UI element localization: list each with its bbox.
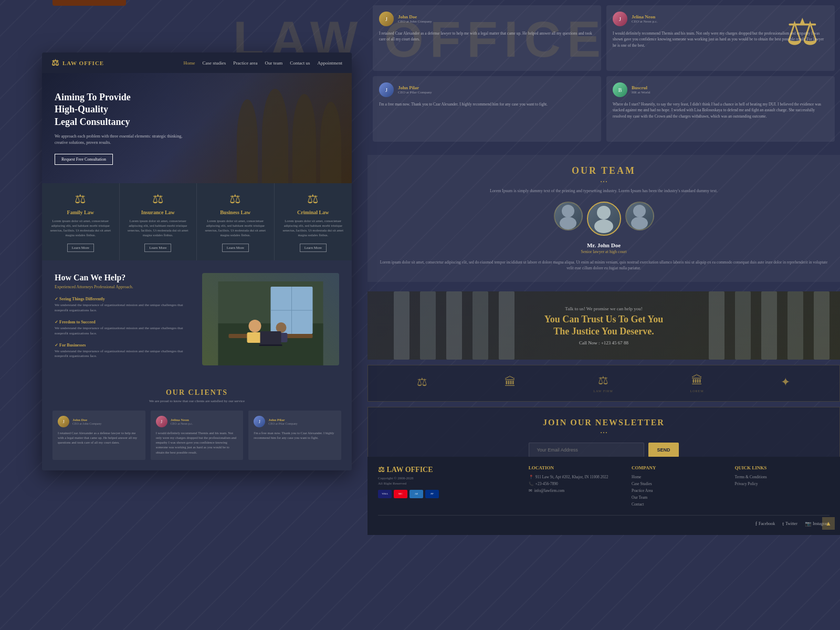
test-name-4: Buscrul (632, 85, 650, 90)
team-member-right (625, 202, 654, 230)
test-header-4: B Buscrul HR at World (613, 82, 828, 97)
footer-quicklinks-title: QUICK LINKS (735, 465, 830, 470)
client-header-1: J John Doe CEO at John Company (58, 416, 140, 427)
footer-location-title: LOCATION (529, 465, 623, 470)
family-law-btn[interactable]: Learn More (67, 244, 94, 252)
partner-1-icon: ⚖ (417, 375, 427, 389)
website-mockup: ⚖ LAW OFFICE Home Case studies Practice … (42, 52, 352, 470)
insurance-law-text: Lorem ipsum dolor sit amet, consectetuer… (127, 218, 190, 237)
footer-link-practice[interactable]: Practice Area (632, 488, 726, 493)
partner-3-label: LAW FIRM (593, 390, 613, 393)
client-info-1: John Doe CEO at John Company (72, 418, 102, 425)
help-subtitle: Experienced Attorneys Professional Appro… (55, 285, 192, 289)
svg-rect-34 (788, 291, 803, 360)
nav-link-practice[interactable]: Practice area (233, 60, 257, 66)
test-info-1: John Doe CEO at John Company (398, 14, 432, 24)
help-content: How Can We Help? Experienced Attorneys P… (55, 273, 192, 365)
test-role-3: CEO at Pilar Company (398, 90, 432, 94)
right-testimonial-3: J John Pilar CEO at Pilar Company I'm a … (373, 76, 601, 142)
newsletter-send-button[interactable]: SEND (648, 443, 678, 457)
mc-badge: MC (394, 490, 407, 498)
help-item-1: ✓ Seeing Things Differently We understan… (55, 297, 192, 313)
nav-links: Home Case studies Practice area Our team… (184, 60, 342, 66)
clients-title: OUR CLIENTS (52, 388, 341, 397)
gavel-svg (42, 0, 147, 10)
footer-phone-text: +23-456-7890 (536, 481, 558, 486)
silhouette-4 (320, 102, 341, 183)
business-law-icon: ⚖ (204, 192, 267, 206)
family-law-icon: ⚖ (49, 192, 112, 206)
newsletter-email-input[interactable] (529, 443, 644, 457)
newsletter-dots: • • • (379, 430, 829, 435)
facebook-link[interactable]: f Facebook (755, 521, 775, 527)
family-law-text: Lorem ipsum dolor sit amet, consectetuer… (49, 218, 112, 237)
right-testimonials: J John Doe CEO at John Company I retaine… (368, 0, 840, 147)
test-info-2: Jelina Neon CEO at Neon p.c. (632, 14, 658, 24)
hero-cta-button[interactable]: Request Free Consultation (55, 154, 113, 165)
team-member-left (554, 202, 583, 230)
partner-1: ⚖ (417, 375, 427, 391)
nav-link-contact[interactable]: Contact us (290, 60, 310, 66)
newsletter-form: SEND (379, 443, 829, 457)
footer-link-contact[interactable]: Contact (632, 502, 726, 507)
test-role-2: CEO at Neon p.c. (632, 19, 658, 24)
insurance-law-title: Insurance Law (127, 209, 190, 215)
test-text-3: I'm a free man now. Thank you to Czar Al… (379, 101, 595, 107)
trust-content: Talk to us! We promise we can help you! … (544, 306, 664, 345)
help-section: How Can We Help? Experienced Attorneys P… (42, 260, 352, 378)
partner-5: ✦ (781, 375, 790, 391)
svg-rect-10 (260, 331, 281, 344)
partner-3-icon: ⚖ (598, 374, 608, 387)
footer-payment-badges: VISA MC AE PP (378, 490, 520, 498)
business-law-btn[interactable]: Learn More (222, 244, 249, 252)
footer-privacy[interactable]: Privacy Policy (735, 481, 830, 486)
test-avatar-2: J (613, 12, 627, 26)
client-text-2: I would definitely recommend Themis and … (156, 430, 238, 454)
client-header-3: J John Pilar CEO at Pilar Company (254, 416, 336, 427)
footer-logo: ⚖ LAW OFFICE (378, 465, 520, 474)
criminal-law-btn[interactable]: Learn More (300, 244, 327, 252)
nav-link-team[interactable]: Our team (265, 60, 283, 66)
scroll-top-button[interactable]: ▲ (822, 517, 835, 530)
right-testimonial-4: B Buscrul HR at World Where do I start? … (606, 76, 835, 142)
test-avatar-4: B (613, 82, 627, 97)
hero-section: Aiming To ProvideHigh-QualityLegal Consu… (42, 73, 352, 183)
nav-link-appointment[interactable]: Appointment (318, 60, 343, 66)
right-testimonial-2: J Jelina Neon CEO at Neon p.c. I would d… (606, 5, 835, 71)
nav-link-cases[interactable]: Case studies (203, 60, 226, 66)
footer-link-team[interactable]: Our Team (632, 495, 726, 500)
svg-point-24 (631, 217, 648, 229)
test-text-2: I would definitely recommend Themis and … (613, 30, 828, 48)
team-avatars (378, 202, 830, 236)
insurance-law-btn[interactable]: Learn More (144, 244, 171, 252)
footer-terms[interactable]: Terms & Conditions (735, 475, 830, 479)
footer-link-cases[interactable]: Case Studies (632, 481, 726, 486)
test-name-1: John Doe (398, 14, 432, 19)
test-header-2: J Jelina Neon CEO at Neon p.c. (613, 12, 828, 26)
svg-rect-28 (446, 291, 462, 360)
practice-card-family: ⚖ Family Law Lorem ipsum dolor sit amet,… (42, 183, 120, 260)
team-subtitle: Lorem Ipsum is simply dummy text of the … (378, 188, 830, 193)
footer-address-text: 911 Law St, Apt #202, Khajor, IN 11008 2… (536, 475, 608, 479)
help-image (202, 273, 339, 365)
partner-5-icon: ✦ (781, 375, 790, 389)
criminal-law-title: Criminal Law (282, 209, 345, 215)
client-name-1: John Doe (72, 418, 102, 422)
newsletter-title: JOIN OUR NEWSLETTER (379, 418, 829, 427)
footer-email: ✉ info@lawfirm.com (529, 488, 623, 493)
facebook-icon: f (755, 521, 757, 527)
insurance-law-icon: ⚖ (127, 192, 190, 206)
client-card-1: J John Doe CEO at John Company I retaine… (52, 411, 145, 459)
twitter-label: Twitter (785, 521, 797, 526)
footer-link-home[interactable]: Home (632, 475, 726, 479)
trust-tag: Talk to us! We promise we can help you! (544, 306, 664, 311)
partner-2-icon: 🏛 (505, 375, 516, 389)
client-role-1: CEO at John Company (72, 422, 102, 425)
featured-member-name: Mr. John Doe (378, 242, 830, 248)
svg-rect-30 (499, 291, 514, 360)
team-dots: • • • (378, 180, 830, 184)
nav-logo-text: LAW OFFICE (62, 60, 104, 66)
twitter-link[interactable]: t Twitter (782, 521, 797, 527)
trust-banner: Talk to us! We promise we can help you! … (368, 291, 840, 360)
nav-link-home[interactable]: Home (184, 60, 195, 66)
